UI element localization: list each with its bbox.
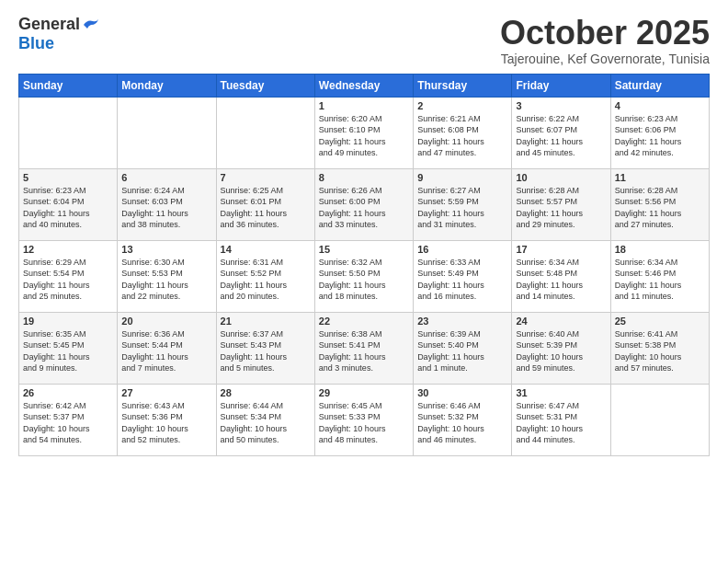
cell-text: Sunrise: 6:38 AM Sunset: 5:41 PM Dayligh… bbox=[319, 328, 409, 374]
table-row: 15Sunrise: 6:32 AM Sunset: 5:50 PM Dayli… bbox=[314, 240, 413, 312]
cell-text: Sunrise: 6:32 AM Sunset: 5:50 PM Dayligh… bbox=[319, 257, 409, 303]
table-row bbox=[118, 97, 216, 168]
day-number: 22 bbox=[319, 316, 409, 327]
logo-general-text: General bbox=[18, 15, 80, 34]
calendar-week-row: 12Sunrise: 6:29 AM Sunset: 5:54 PM Dayli… bbox=[19, 240, 710, 312]
cell-text: Sunrise: 6:33 AM Sunset: 5:49 PM Dayligh… bbox=[417, 257, 507, 303]
day-number: 14 bbox=[221, 244, 311, 255]
day-number: 10 bbox=[516, 172, 606, 183]
table-row: 11Sunrise: 6:28 AM Sunset: 5:56 PM Dayli… bbox=[610, 168, 709, 240]
day-number: 16 bbox=[417, 244, 507, 255]
subtitle: Tajerouine, Kef Governorate, Tunisia bbox=[500, 52, 710, 66]
page: General Blue October 2025 Tajerouine, Ke… bbox=[0, 0, 728, 563]
table-row: 8Sunrise: 6:26 AM Sunset: 6:00 PM Daylig… bbox=[314, 168, 413, 240]
col-saturday: Saturday bbox=[610, 74, 709, 97]
table-row: 26Sunrise: 6:42 AM Sunset: 5:37 PM Dayli… bbox=[19, 384, 118, 455]
table-row: 21Sunrise: 6:37 AM Sunset: 5:43 PM Dayli… bbox=[216, 312, 314, 384]
title-area: October 2025 Tajerouine, Kef Governorate… bbox=[500, 15, 710, 66]
table-row: 9Sunrise: 6:27 AM Sunset: 5:59 PM Daylig… bbox=[414, 168, 512, 240]
table-row: 7Sunrise: 6:25 AM Sunset: 6:01 PM Daylig… bbox=[216, 168, 314, 240]
logo-blue-text: Blue bbox=[18, 34, 54, 52]
table-row: 27Sunrise: 6:43 AM Sunset: 5:36 PM Dayli… bbox=[118, 384, 216, 455]
day-number: 3 bbox=[516, 100, 606, 111]
day-number: 12 bbox=[23, 244, 113, 255]
table-row: 29Sunrise: 6:45 AM Sunset: 5:33 PM Dayli… bbox=[314, 384, 413, 455]
table-row: 12Sunrise: 6:29 AM Sunset: 5:54 PM Dayli… bbox=[19, 240, 118, 312]
day-number: 4 bbox=[615, 100, 705, 111]
calendar-table: Sunday Monday Tuesday Wednesday Thursday… bbox=[18, 74, 710, 456]
table-row: 28Sunrise: 6:44 AM Sunset: 5:34 PM Dayli… bbox=[216, 384, 314, 455]
day-number: 27 bbox=[121, 387, 211, 398]
day-number: 26 bbox=[23, 387, 113, 398]
table-row: 30Sunrise: 6:46 AM Sunset: 5:32 PM Dayli… bbox=[414, 384, 512, 455]
logo: General Blue bbox=[18, 15, 100, 53]
cell-text: Sunrise: 6:28 AM Sunset: 5:57 PM Dayligh… bbox=[516, 185, 606, 231]
day-number: 8 bbox=[319, 172, 409, 183]
col-tuesday: Tuesday bbox=[216, 74, 314, 97]
cell-text: Sunrise: 6:26 AM Sunset: 6:00 PM Dayligh… bbox=[319, 185, 409, 231]
day-number: 7 bbox=[221, 172, 311, 183]
day-number: 6 bbox=[121, 172, 211, 183]
day-number: 21 bbox=[221, 316, 311, 327]
day-number: 25 bbox=[615, 316, 705, 327]
cell-text: Sunrise: 6:27 AM Sunset: 5:59 PM Dayligh… bbox=[417, 185, 507, 231]
cell-text: Sunrise: 6:22 AM Sunset: 6:07 PM Dayligh… bbox=[516, 113, 606, 159]
cell-text: Sunrise: 6:34 AM Sunset: 5:48 PM Dayligh… bbox=[516, 257, 606, 303]
cell-text: Sunrise: 6:23 AM Sunset: 6:06 PM Dayligh… bbox=[615, 113, 705, 159]
table-row bbox=[19, 97, 118, 168]
table-row: 16Sunrise: 6:33 AM Sunset: 5:49 PM Dayli… bbox=[414, 240, 512, 312]
cell-text: Sunrise: 6:45 AM Sunset: 5:33 PM Dayligh… bbox=[319, 400, 409, 446]
month-title: October 2025 bbox=[500, 15, 710, 52]
table-row: 17Sunrise: 6:34 AM Sunset: 5:48 PM Dayli… bbox=[512, 240, 610, 312]
table-row: 10Sunrise: 6:28 AM Sunset: 5:57 PM Dayli… bbox=[512, 168, 610, 240]
day-number: 28 bbox=[221, 387, 311, 398]
table-row: 20Sunrise: 6:36 AM Sunset: 5:44 PM Dayli… bbox=[118, 312, 216, 384]
table-row: 5Sunrise: 6:23 AM Sunset: 6:04 PM Daylig… bbox=[19, 168, 118, 240]
cell-text: Sunrise: 6:21 AM Sunset: 6:08 PM Dayligh… bbox=[417, 113, 507, 159]
table-row: 2Sunrise: 6:21 AM Sunset: 6:08 PM Daylig… bbox=[414, 97, 512, 168]
cell-text: Sunrise: 6:47 AM Sunset: 5:31 PM Dayligh… bbox=[516, 400, 606, 446]
day-number: 5 bbox=[23, 172, 113, 183]
col-friday: Friday bbox=[512, 74, 610, 97]
cell-text: Sunrise: 6:25 AM Sunset: 6:01 PM Dayligh… bbox=[221, 185, 311, 231]
day-number: 29 bbox=[319, 387, 409, 398]
calendar-week-row: 26Sunrise: 6:42 AM Sunset: 5:37 PM Dayli… bbox=[19, 384, 710, 455]
day-number: 9 bbox=[417, 172, 507, 183]
cell-text: Sunrise: 6:24 AM Sunset: 6:03 PM Dayligh… bbox=[121, 185, 211, 231]
cell-text: Sunrise: 6:31 AM Sunset: 5:52 PM Dayligh… bbox=[221, 257, 311, 303]
day-number: 2 bbox=[417, 100, 507, 111]
cell-text: Sunrise: 6:44 AM Sunset: 5:34 PM Dayligh… bbox=[221, 400, 311, 446]
day-number: 23 bbox=[417, 316, 507, 327]
cell-text: Sunrise: 6:34 AM Sunset: 5:46 PM Dayligh… bbox=[615, 257, 705, 303]
table-row: 31Sunrise: 6:47 AM Sunset: 5:31 PM Dayli… bbox=[512, 384, 610, 455]
col-monday: Monday bbox=[118, 74, 216, 97]
cell-text: Sunrise: 6:36 AM Sunset: 5:44 PM Dayligh… bbox=[121, 328, 211, 374]
table-row: 6Sunrise: 6:24 AM Sunset: 6:03 PM Daylig… bbox=[118, 168, 216, 240]
table-row: 22Sunrise: 6:38 AM Sunset: 5:41 PM Dayli… bbox=[314, 312, 413, 384]
table-row bbox=[216, 97, 314, 168]
calendar-header-row: Sunday Monday Tuesday Wednesday Thursday… bbox=[19, 74, 710, 97]
header: General Blue October 2025 Tajerouine, Ke… bbox=[18, 15, 710, 66]
table-row: 23Sunrise: 6:39 AM Sunset: 5:40 PM Dayli… bbox=[414, 312, 512, 384]
calendar-week-row: 5Sunrise: 6:23 AM Sunset: 6:04 PM Daylig… bbox=[19, 168, 710, 240]
table-row: 4Sunrise: 6:23 AM Sunset: 6:06 PM Daylig… bbox=[610, 97, 709, 168]
cell-text: Sunrise: 6:37 AM Sunset: 5:43 PM Dayligh… bbox=[221, 328, 311, 374]
table-row: 13Sunrise: 6:30 AM Sunset: 5:53 PM Dayli… bbox=[118, 240, 216, 312]
cell-text: Sunrise: 6:42 AM Sunset: 5:37 PM Dayligh… bbox=[23, 400, 113, 446]
day-number: 11 bbox=[615, 172, 705, 183]
col-thursday: Thursday bbox=[414, 74, 512, 97]
table-row: 14Sunrise: 6:31 AM Sunset: 5:52 PM Dayli… bbox=[216, 240, 314, 312]
cell-text: Sunrise: 6:39 AM Sunset: 5:40 PM Dayligh… bbox=[417, 328, 507, 374]
logo-bird-icon bbox=[82, 17, 100, 32]
calendar-week-row: 19Sunrise: 6:35 AM Sunset: 5:45 PM Dayli… bbox=[19, 312, 710, 384]
day-number: 15 bbox=[319, 244, 409, 255]
day-number: 18 bbox=[615, 244, 705, 255]
table-row: 24Sunrise: 6:40 AM Sunset: 5:39 PM Dayli… bbox=[512, 312, 610, 384]
cell-text: Sunrise: 6:30 AM Sunset: 5:53 PM Dayligh… bbox=[121, 257, 211, 303]
cell-text: Sunrise: 6:41 AM Sunset: 5:38 PM Dayligh… bbox=[615, 328, 705, 374]
day-number: 20 bbox=[121, 316, 211, 327]
col-wednesday: Wednesday bbox=[314, 74, 413, 97]
table-row: 1Sunrise: 6:20 AM Sunset: 6:10 PM Daylig… bbox=[314, 97, 413, 168]
table-row: 25Sunrise: 6:41 AM Sunset: 5:38 PM Dayli… bbox=[610, 312, 709, 384]
day-number: 19 bbox=[23, 316, 113, 327]
